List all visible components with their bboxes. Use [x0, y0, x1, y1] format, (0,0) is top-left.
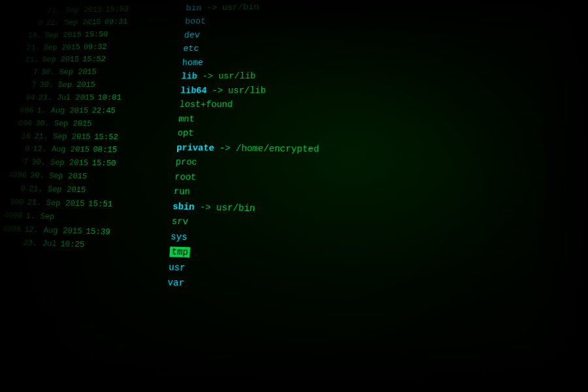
table-row: 1621. Sep 201515:52 — [6, 130, 171, 144]
table-row: 0961. Aug 201522:45 — [9, 105, 174, 118]
table-row: 730. Sep 2015 — [12, 78, 175, 91]
list-item: lost+found — [179, 98, 588, 114]
terminal-window: 21. Sep 201515:53822. Sep 201509:3119.Se… — [0, 0, 588, 392]
list-item: lib64 -> usr/lib — [180, 83, 588, 99]
list-item: lib -> usr/lib — [181, 67, 588, 84]
ls-output: 21. Sep 201515:53822. Sep 201509:3119.Se… — [0, 0, 588, 316]
table-row: 730. Sep 2015 — [13, 65, 176, 79]
left-column: 21. Sep 201515:53822. Sep 201509:3119.Se… — [0, 0, 181, 297]
table-row: 21.Sep 201509:32 — [16, 40, 178, 54]
right-column: bin -> usr/binbootdevetchomelib -> usr/l… — [160, 0, 588, 316]
table-row: 8423. Jul 201510:01 — [10, 91, 174, 105]
table-row: 21.Sep 201515:52 — [14, 52, 177, 66]
table-row: 09630. Sep 2015 — [8, 117, 173, 131]
terminal-content: 21. Sep 201515:53822. Sep 201509:3119.Se… — [0, 0, 588, 392]
